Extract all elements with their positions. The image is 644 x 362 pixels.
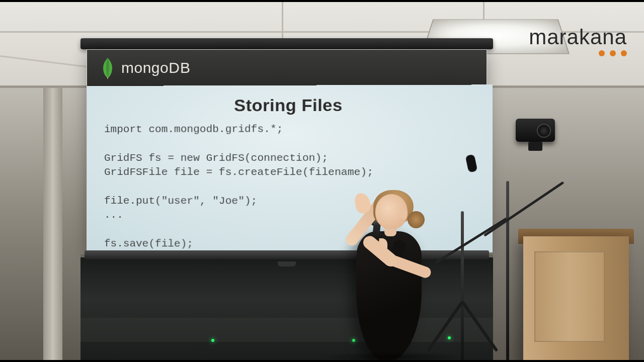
- wall-column: [43, 88, 62, 362]
- presenter-hand: [354, 192, 371, 214]
- watermark-text: marakana: [529, 25, 627, 49]
- podium-panel: [534, 251, 605, 342]
- indicator-light-icon: [448, 336, 451, 339]
- brand-secondary: DB: [169, 59, 191, 76]
- mic-stand: [461, 211, 464, 362]
- brand-primary: mongo: [121, 59, 169, 76]
- screen-housing: [80, 38, 493, 49]
- slide-title: Storing Files: [104, 95, 475, 116]
- letterbox: [0, 360, 644, 362]
- presenter-hair: [408, 211, 425, 228]
- mongodb-logo-text: mongoDB: [121, 59, 191, 76]
- conference-room-scene: mongoDB Storing Files import com.mongodb…: [0, 0, 644, 362]
- mongodb-leaf-icon: [101, 57, 114, 79]
- dot-icon: [621, 50, 627, 56]
- presenter-ear: [400, 209, 408, 219]
- watermark-dots: [529, 50, 627, 56]
- svg-rect-0: [107, 77, 108, 79]
- letterbox: [0, 0, 644, 2]
- slide-header: mongoDB: [87, 50, 487, 86]
- camera-mount: [528, 142, 542, 151]
- dot-icon: [610, 50, 616, 56]
- wall-camera: [516, 119, 555, 142]
- mic-stand: [506, 181, 509, 362]
- presenter: [336, 184, 437, 362]
- screen-pull-handle: [278, 261, 296, 266]
- marakana-watermark: marakana: [529, 25, 627, 56]
- dot-icon: [599, 50, 605, 56]
- indicator-light-icon: [211, 339, 214, 342]
